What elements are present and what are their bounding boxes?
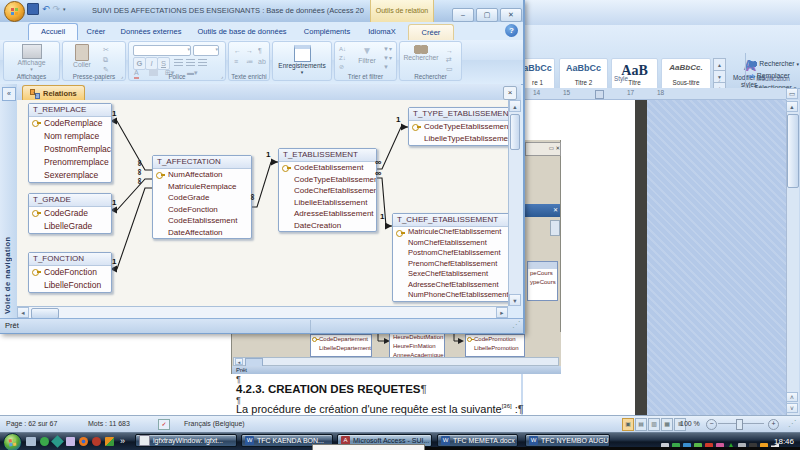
table-field[interactable]: CodeEtablissement xyxy=(279,162,376,174)
tab-complements[interactable]: Compléments xyxy=(298,24,356,40)
close-button[interactable]: ✕ xyxy=(500,8,522,22)
scroll-thumb[interactable] xyxy=(510,114,520,150)
increase-indent-button[interactable]: → xyxy=(246,46,253,55)
font-name-select[interactable]: ▾ xyxy=(133,45,191,56)
fullscreen-view-button[interactable]: ▤ xyxy=(635,418,647,431)
qat-customize-button[interactable]: ▾ xyxy=(63,6,66,12)
table-field[interactable]: LibelleFonction xyxy=(29,279,111,292)
table-field[interactable]: Prenomremplace xyxy=(29,156,111,169)
align-center-button[interactable] xyxy=(186,59,195,67)
office-button[interactable] xyxy=(4,1,25,22)
language-indicator[interactable]: Français (Belgique) xyxy=(184,420,245,427)
table-title[interactable]: T_GRADE xyxy=(29,194,111,207)
relation-table-t-type-etablissement[interactable]: T_TYPE_ETABLISSEMENT CodeTypeEtablisseme… xyxy=(408,107,508,146)
taskbar-button-tfc-nyembo[interactable]: W TFC NYEMBO AUGU ES... xyxy=(525,434,610,447)
font-size-select[interactable]: ▾ xyxy=(193,45,219,56)
next-page-button[interactable]: ˅ xyxy=(786,403,798,413)
relations-document-tab[interactable]: Relations xyxy=(22,85,85,101)
table-field[interactable]: MatriculeRemplace xyxy=(153,181,251,193)
table-field[interactable]: Sexeremplace xyxy=(29,169,111,182)
select-button[interactable]: ▭ xyxy=(446,64,453,73)
scroll-left-button[interactable]: ◂ xyxy=(17,307,29,318)
table-title[interactable]: T_TYPE_ETABLISSEMENT xyxy=(409,108,508,121)
table-field[interactable]: CodeFonction xyxy=(153,204,251,216)
nav-pane-title[interactable]: Volet de navigation xyxy=(3,144,12,314)
resize-grip[interactable]: ⋰ xyxy=(512,320,520,329)
view-buttons[interactable]: ▣▤▥▦≣ xyxy=(622,418,687,431)
tab-idiomax[interactable]: IdiomaX xyxy=(360,24,404,40)
scroll-up-button[interactable]: ▴ xyxy=(509,100,521,112)
quicklaunch-update-icon[interactable] xyxy=(105,437,114,446)
view-button[interactable]: Affichage ▾ xyxy=(4,44,59,72)
copy-button[interactable]: ⧉ xyxy=(103,55,108,64)
numbering-button[interactable]: ≔ xyxy=(246,57,253,66)
canvas-vscrollbar[interactable]: ▴ ▾ xyxy=(508,100,521,306)
scroll-up-button[interactable]: ▴ xyxy=(786,101,798,112)
previous-page-button[interactable]: ˄ xyxy=(786,392,798,402)
save-button[interactable] xyxy=(27,3,39,15)
tab-donnees-externes[interactable]: Données externes xyxy=(116,24,186,40)
proofing-icon[interactable]: ✓ xyxy=(158,419,170,430)
table-field[interactable]: CodeRemplace xyxy=(29,117,111,130)
sort-ascending-button[interactable]: A↓ xyxy=(339,45,346,54)
tab-accueil[interactable]: Accueil xyxy=(28,23,78,41)
table-field[interactable]: AdresseChefEtablissement xyxy=(393,280,508,291)
advanced-filter-button[interactable]: ▼▾ xyxy=(383,54,392,63)
canvas-hscrollbar[interactable]: ◂ ▸ xyxy=(17,306,508,318)
undo-button[interactable]: ↶ xyxy=(42,4,50,14)
zoom-level[interactable]: 100 % xyxy=(680,420,700,427)
table-field[interactable]: DateAffectation xyxy=(153,227,251,239)
cut-button[interactable]: ✂ xyxy=(103,45,109,54)
sort-descending-button[interactable]: Z↓ xyxy=(339,54,346,63)
style-dialog-launcher[interactable]: ⌟ xyxy=(718,76,720,82)
taskbar-button-tfc-memeta[interactable]: W TFC MEMETA.docx - M... xyxy=(437,434,518,447)
relation-table-t-etablissement[interactable]: T_ETABLISSEMENT CodeEtablissement CodeTy… xyxy=(278,148,377,232)
nav-pane-expand-button[interactable]: « xyxy=(2,87,16,101)
replace-button[interactable]: ⇄ xyxy=(446,55,452,64)
relation-table-t-remplace[interactable]: T_REMPLACE CodeRemplace Nom remplace Pos… xyxy=(28,103,112,183)
taskbar-button-igfxtray[interactable]: igfxtrayWindow: igfxt... xyxy=(135,434,237,447)
scroll-thumb[interactable] xyxy=(787,114,799,188)
goto-button[interactable]: → xyxy=(446,46,453,55)
table-field[interactable]: PostnomRemplace xyxy=(29,143,111,156)
quicklaunch-overflow-chevron[interactable]: » xyxy=(120,436,125,446)
highlight-button[interactable]: ab xyxy=(258,57,266,66)
relation-table-t-fonction[interactable]: T_FONCTION CodeFonction LibelleFonction xyxy=(28,252,112,293)
tab-outils-bdd[interactable]: Outils de base de données xyxy=(190,24,294,40)
table-field[interactable]: LibelleTypeEtablissement xyxy=(409,133,508,145)
zoom-in-button[interactable]: + xyxy=(768,419,779,430)
outline-view-button[interactable]: ▦ xyxy=(661,418,673,431)
print-layout-view-button[interactable]: ▣ xyxy=(622,418,634,431)
quicklaunch-download-icon[interactable] xyxy=(92,437,101,446)
table-field[interactable]: PrenomChefEtablissement xyxy=(393,259,508,270)
table-field[interactable]: LibelleGrade xyxy=(29,220,111,233)
filter-button[interactable]: ▼ Filtrer xyxy=(353,45,381,64)
ruler-toggle-button[interactable]: ▭ xyxy=(786,88,798,99)
table-field[interactable]: SexeChefEtablissement xyxy=(393,269,508,280)
quicklaunch-firefox-icon[interactable] xyxy=(79,437,88,446)
table-field[interactable]: CodeTypeEtablissement xyxy=(409,121,508,133)
word-count[interactable]: Mots : 11 683 xyxy=(88,420,130,427)
table-field[interactable]: PostnomChefEtablissement xyxy=(393,248,508,259)
relation-table-t-chef-etablissement[interactable]: T_CHEF_ETABLISSEMENT MatriculeChefEtabli… xyxy=(392,213,508,302)
align-left-button[interactable] xyxy=(174,59,183,67)
taskbar-clock[interactable]: 18:46 xyxy=(774,437,794,446)
table-field[interactable]: DateCreation xyxy=(279,220,376,232)
table-field[interactable]: CodeGrade xyxy=(29,207,111,220)
document-close-button[interactable]: × xyxy=(503,86,517,100)
start-button[interactable] xyxy=(3,433,22,450)
align-right-button[interactable] xyxy=(198,59,207,67)
quicklaunch-paint-icon[interactable] xyxy=(66,437,75,446)
table-field[interactable]: LibelleEtablissement xyxy=(279,197,376,209)
table-title[interactable]: T_AFFECTATION xyxy=(153,156,251,169)
table-title[interactable]: T_FONCTION xyxy=(29,253,111,266)
paste-button[interactable]: Coller xyxy=(67,44,97,68)
zoom-out-button[interactable]: − xyxy=(706,419,717,430)
help-button[interactable]: ? xyxy=(505,24,518,37)
table-field[interactable]: CodeChefEtablissement xyxy=(279,185,376,197)
tab-creer-contextuel[interactable]: Créer xyxy=(408,24,454,41)
relationships-canvas[interactable]: 1 1 1 1 1 1 ∞ ∞ ∞ ∞ ∞ ∞ T_REMPLACE CodeR… xyxy=(17,100,508,306)
dialog-launcher[interactable]: ⌟ xyxy=(221,73,223,79)
quicklaunch-show-desktop-icon[interactable] xyxy=(26,437,36,446)
find-button[interactable]: Rechercher xyxy=(402,45,440,61)
